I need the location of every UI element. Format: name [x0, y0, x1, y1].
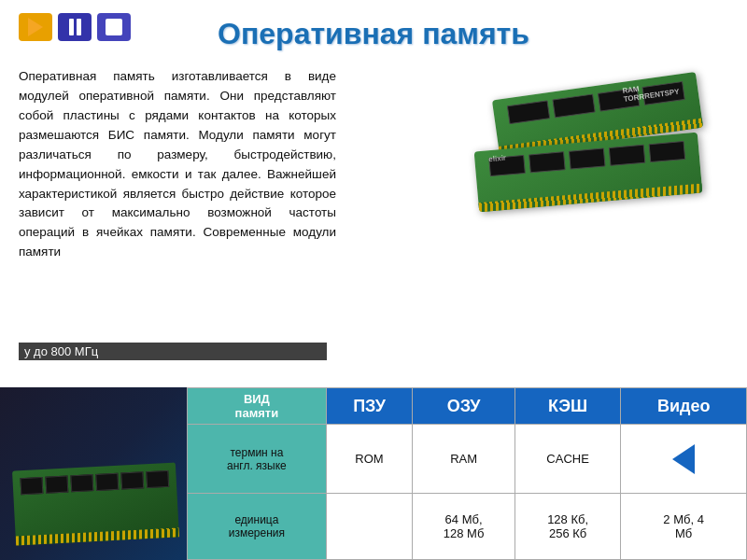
row2-kesh: 128 Кб,256 Кб [514, 494, 620, 560]
memory-table: ВИДпамяти ПЗУ ОЗУ КЭШ Видео термин наанг… [187, 387, 747, 560]
ram-image: RAMTORRRENTSPY elixir [458, 67, 728, 259]
pause-icon [69, 19, 81, 35]
row2-video: 2 Мб, 4Мб [621, 494, 747, 560]
row1-pzu: ROM [326, 425, 413, 494]
speed-text: у до 800 МГц [19, 343, 327, 360]
row1-kesh: CACHE [514, 425, 620, 494]
col-header-kesh: КЭШ [514, 388, 620, 425]
bottom-pcb [14, 411, 177, 541]
pause-button[interactable] [58, 13, 92, 41]
row1-ozu: RAM [413, 425, 515, 494]
arrow-right-icon [28, 18, 43, 36]
col-header-ozu: ОЗУ [413, 388, 515, 425]
col-header-vid: ВИДпамяти [188, 388, 327, 425]
arrow-left-icon [672, 444, 695, 474]
table-row-2: единицаизмерения 64 Мб,128 Мб 128 Кб,256… [188, 494, 747, 560]
stop-icon [106, 19, 122, 35]
table-row-1: термин наангл. языке ROM RAM CACHE [188, 425, 747, 494]
stop-button[interactable] [97, 13, 131, 41]
row2-ozu: 64 Мб,128 Мб [413, 494, 515, 560]
navigation-bar [19, 13, 131, 41]
col-header-pzu: ПЗУ [326, 388, 413, 425]
brand-label: elixir [488, 154, 506, 164]
col-header-video: Видео [621, 388, 747, 425]
content-area: Оперативная память изготавливается в вид… [0, 67, 747, 560]
row2-label: единицаизмерения [188, 494, 327, 560]
body-text: Оперативная память изготавливается в вид… [19, 67, 336, 262]
info-table-area: ВИДпамяти ПЗУ ОЗУ КЭШ Видео термин наанг… [187, 387, 747, 560]
next-button[interactable] [19, 13, 52, 41]
bottom-ram-image [0, 387, 187, 560]
row2-pzu [326, 494, 413, 560]
row1-label: термин наангл. языке [188, 425, 327, 494]
row1-video [621, 425, 747, 494]
